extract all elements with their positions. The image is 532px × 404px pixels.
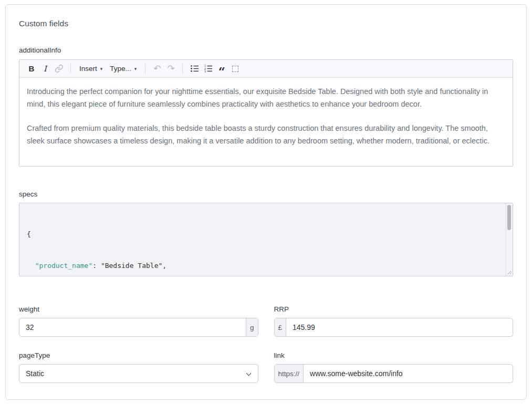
- toolbar-separator: [70, 64, 71, 74]
- page-type-field: pageType Static: [19, 351, 258, 383]
- custom-fields-card: Custom fields additionalInfo B I Insert …: [5, 4, 527, 400]
- svg-text:3: 3: [204, 70, 206, 73]
- page-type-label: pageType: [19, 351, 258, 360]
- specs-code-editor[interactable]: { "product_name": "Bedside Table", "mate…: [19, 203, 513, 276]
- paragraph: Introducing the perfect companion for yo…: [27, 85, 505, 110]
- link-button[interactable]: [52, 62, 66, 76]
- link-field: link https://: [274, 351, 514, 383]
- bullet-list-icon: [190, 64, 199, 73]
- rrp-input[interactable]: [286, 318, 513, 336]
- paragraph: Crafted from premium quality materials, …: [27, 122, 505, 147]
- page-type-selected-value: Static: [26, 369, 44, 378]
- link-input[interactable]: [304, 365, 513, 382]
- rrp-input-group: £: [274, 318, 514, 337]
- weight-field: weight g: [19, 305, 258, 337]
- code-line: {: [27, 229, 505, 240]
- toolbar-separator: [145, 64, 145, 74]
- dashed-square-icon: [232, 66, 238, 72]
- specs-code-content: { "product_name": "Bedside Table", "mate…: [19, 203, 513, 276]
- scrollbar-thumb[interactable]: [507, 205, 511, 230]
- fields-row-weight-rrp: weight g RRP £: [19, 305, 513, 337]
- blockquote-button[interactable]: “: [215, 62, 228, 76]
- weight-unit-addon: g: [246, 318, 258, 336]
- bold-button[interactable]: B: [25, 62, 38, 76]
- weight-input[interactable]: [19, 318, 246, 336]
- weight-input-group: g: [19, 318, 258, 337]
- numbered-list-button[interactable]: 1 2 3: [201, 62, 215, 76]
- link-protocol-addon: https://: [275, 365, 304, 382]
- rich-text-toolbar: B I Insert ▾ Type... ▾ ↶ ↷: [19, 60, 513, 78]
- scrollbar-track[interactable]: [506, 203, 513, 276]
- insert-dropdown[interactable]: Insert ▾: [76, 65, 106, 72]
- rrp-currency-addon: £: [275, 318, 287, 336]
- link-input-group: https://: [274, 364, 514, 383]
- resize-handle[interactable]: [506, 270, 512, 275]
- rich-text-editor: B I Insert ▾ Type... ▾ ↶ ↷: [19, 59, 513, 167]
- bullet-list-button[interactable]: [187, 62, 201, 76]
- blockquote-icon: “: [218, 64, 225, 74]
- redo-button[interactable]: ↷: [164, 62, 178, 76]
- type-dropdown-label: Type...: [110, 65, 131, 72]
- chevron-down-icon: ▾: [134, 66, 137, 71]
- link-label: link: [274, 351, 514, 360]
- toolbar-separator: [182, 64, 183, 74]
- rich-text-editor-content[interactable]: Introducing the perfect companion for yo…: [19, 78, 513, 166]
- link-icon: [55, 64, 64, 73]
- rrp-label: RRP: [274, 305, 514, 314]
- chevron-down-icon: [246, 371, 251, 376]
- card-title: Custom fields: [19, 19, 513, 28]
- additional-info-label: additionalInfo: [19, 46, 513, 55]
- fields-row-pagetype-link: pageType Static link https://: [19, 351, 513, 383]
- italic-button[interactable]: I: [38, 62, 52, 76]
- rrp-field: RRP £: [274, 305, 514, 337]
- code-line: "product_name": "Bedside Table",: [27, 261, 505, 271]
- numbered-list-icon: 1 2 3: [204, 64, 213, 73]
- chevron-down-icon: ▾: [100, 66, 103, 71]
- type-dropdown[interactable]: Type... ▾: [106, 65, 140, 72]
- weight-label: weight: [19, 305, 258, 314]
- page-type-select[interactable]: Static: [19, 364, 258, 383]
- insert-dropdown-label: Insert: [79, 65, 97, 72]
- dashed-square-button[interactable]: [228, 62, 242, 76]
- specs-label: specs: [19, 190, 513, 199]
- undo-button[interactable]: ↶: [150, 62, 164, 76]
